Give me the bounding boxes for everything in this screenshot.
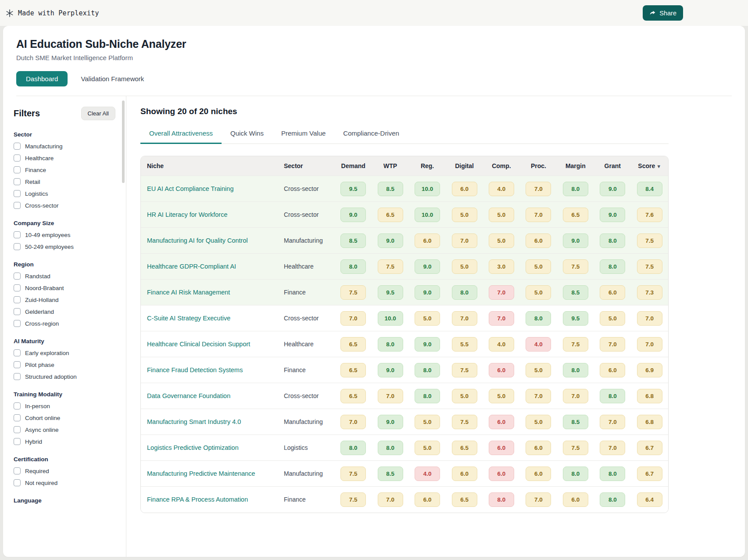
checkbox-unchecked[interactable] <box>14 166 21 173</box>
niche-link[interactable]: Manufacturing Smart Industry 4.0 <box>147 418 241 425</box>
filter-option-label: Pilot phase <box>25 362 54 368</box>
score-badge-grant: 8.0 <box>600 492 625 507</box>
filter-option-structured-adoption[interactable]: Structured adoption <box>14 373 115 380</box>
filter-group-language: Language <box>14 497 115 504</box>
score-badge-grant: 9.0 <box>600 182 625 196</box>
checkbox-unchecked[interactable] <box>14 438 21 445</box>
score-badge-score: 7.0 <box>637 337 662 352</box>
filter-option-pilot-phase[interactable]: Pilot phase <box>14 361 115 368</box>
niche-link[interactable]: Finance RPA & Process Automation <box>147 496 248 503</box>
filter-option-logistics[interactable]: Logistics <box>14 190 115 197</box>
niche-link[interactable]: HR AI Literacy for Workforce <box>147 211 227 218</box>
filter-option-finance[interactable]: Finance <box>14 166 115 173</box>
filter-option-zuid-holland[interactable]: Zuid-Holland <box>14 296 115 303</box>
filter-option-10-49-employees[interactable]: 10-49 employees <box>14 231 115 238</box>
topbar: Made with Perplexity Share <box>0 0 748 26</box>
filter-option-gelderland[interactable]: Gelderland <box>14 308 115 315</box>
checkbox-unchecked[interactable] <box>14 349 21 356</box>
niche-link[interactable]: Healthcare GDPR-Compliant AI <box>147 263 236 270</box>
filter-option-noord-brabant[interactable]: Noord-Brabant <box>14 284 115 291</box>
score-badge-score: 8.4 <box>637 182 662 196</box>
sort-tab-quick-wins[interactable]: Quick Wins <box>222 124 272 144</box>
table-row: Healthcare Clinical Decision SupportHeal… <box>141 331 668 357</box>
checkbox-unchecked[interactable] <box>14 320 21 327</box>
app-card: AI Education Sub-Niche Analyzer Dutch SM… <box>3 26 745 557</box>
filter-option-cross-region[interactable]: Cross-region <box>14 320 115 327</box>
checkbox-unchecked[interactable] <box>14 284 21 291</box>
sort-tab-overall-attractiveness[interactable]: Overall Attractiveness <box>140 124 222 144</box>
checkbox-unchecked[interactable] <box>14 190 21 197</box>
niche-link[interactable]: C-Suite AI Strategy Executive <box>147 315 230 322</box>
niche-link[interactable]: Manufacturing AI for Quality Control <box>147 237 248 244</box>
checkbox-unchecked[interactable] <box>14 154 21 162</box>
tab-dashboard[interactable]: Dashboard <box>16 71 68 86</box>
filter-option-healthcare[interactable]: Healthcare <box>14 154 115 162</box>
column-header-sector[interactable]: Sector <box>280 156 335 176</box>
filter-option-label: In-person <box>25 403 50 409</box>
checkbox-unchecked[interactable] <box>14 231 21 238</box>
filter-option-cross-sector[interactable]: Cross-sector <box>14 202 115 209</box>
niche-link[interactable]: Manufacturing Predictive Maintenance <box>147 470 255 477</box>
score-badge-score: 7.6 <box>637 208 662 222</box>
niche-link[interactable]: Data Governance Foundation <box>147 392 230 399</box>
sort-tab-premium-value[interactable]: Premium Value <box>272 124 334 144</box>
filter-option-label: Early exploration <box>25 350 69 356</box>
filter-option-manufacturing[interactable]: Manufacturing <box>14 143 115 150</box>
column-header-comp[interactable]: Comp. <box>483 156 520 176</box>
score-badge-grant: 7.0 <box>600 337 625 352</box>
share-button[interactable]: Share <box>643 5 683 21</box>
niche-link[interactable]: Finance AI Risk Management <box>147 289 230 296</box>
sort-tab-compliance-driven[interactable]: Compliance-Driven <box>334 124 408 144</box>
filter-option-early-exploration[interactable]: Early exploration <box>14 349 115 356</box>
score-badge-grant: 7.0 <box>600 415 625 429</box>
checkbox-unchecked[interactable] <box>14 373 21 380</box>
checkbox-unchecked[interactable] <box>14 361 21 368</box>
score-badge-proc: 6.0 <box>526 441 551 455</box>
filters-title: Filters <box>14 108 40 118</box>
checkbox-unchecked[interactable] <box>14 178 21 185</box>
column-header-proc[interactable]: Proc. <box>520 156 557 176</box>
sector-cell: Cross-sector <box>280 202 335 228</box>
score-badge-comp: 5.0 <box>489 233 514 248</box>
filter-option-retail[interactable]: Retail <box>14 178 115 185</box>
checkbox-unchecked[interactable] <box>14 402 21 409</box>
column-header-reg[interactable]: Reg. <box>409 156 446 176</box>
checkbox-unchecked[interactable] <box>14 479 21 486</box>
column-header-score[interactable]: Score ▼ <box>631 156 669 176</box>
filter-option-50-249-employees[interactable]: 50-249 employees <box>14 243 115 250</box>
column-header-wtp[interactable]: WTP <box>372 156 408 176</box>
column-header-grant[interactable]: Grant <box>594 156 631 176</box>
filter-option-hybrid[interactable]: Hybrid <box>14 438 115 445</box>
tab-validation-framework[interactable]: Validation Framework <box>71 71 154 86</box>
score-badge-wtp: 8.0 <box>378 337 403 352</box>
checkbox-unchecked[interactable] <box>14 143 21 150</box>
checkbox-unchecked[interactable] <box>14 273 21 280</box>
column-header-niche[interactable]: Niche <box>141 156 280 176</box>
filter-option-async-online[interactable]: Async online <box>14 426 115 433</box>
score-badge-wtp: 9.5 <box>378 285 403 300</box>
column-header-margin[interactable]: Margin <box>557 156 594 176</box>
filter-option-not-required[interactable]: Not required <box>14 479 115 486</box>
checkbox-unchecked[interactable] <box>14 202 21 209</box>
niche-link[interactable]: EU AI Act Compliance Training <box>147 185 233 192</box>
sidebar-scrollbar-thumb[interactable] <box>122 101 125 183</box>
niche-link[interactable]: Healthcare Clinical Decision Support <box>147 341 250 348</box>
filter-option-cohort-online[interactable]: Cohort online <box>14 414 115 421</box>
checkbox-unchecked[interactable] <box>14 414 21 421</box>
niche-link[interactable]: Logistics Predictive Optimization <box>147 444 239 451</box>
filter-option-randstad[interactable]: Randstad <box>14 273 115 280</box>
checkbox-unchecked[interactable] <box>14 467 21 474</box>
checkbox-unchecked[interactable] <box>14 308 21 315</box>
filter-group-title: Certification <box>14 456 115 463</box>
filter-option-required[interactable]: Required <box>14 467 115 474</box>
score-badge-comp: 7.0 <box>489 311 514 326</box>
niche-link[interactable]: Finance Fraud Detection Systems <box>147 366 243 373</box>
checkbox-unchecked[interactable] <box>14 243 21 250</box>
column-header-digital[interactable]: Digital <box>446 156 483 176</box>
column-header-demand[interactable]: Demand <box>335 156 372 176</box>
checkbox-unchecked[interactable] <box>14 296 21 303</box>
filter-option-in-person[interactable]: In-person <box>14 402 115 409</box>
clear-all-button[interactable]: Clear All <box>81 107 115 120</box>
sector-cell: Manufacturing <box>280 228 335 254</box>
checkbox-unchecked[interactable] <box>14 426 21 433</box>
